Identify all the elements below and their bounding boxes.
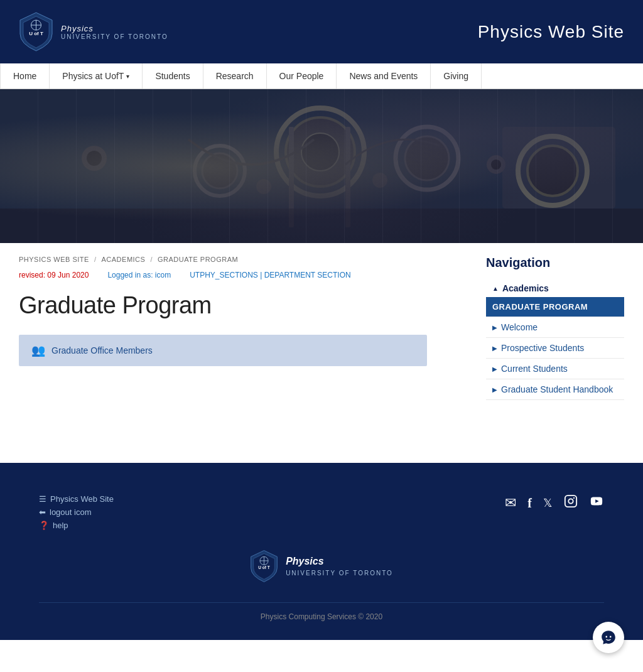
instagram-icon[interactable] — [564, 494, 578, 512]
site-title: Physics Web Site — [478, 22, 624, 42]
footer-links: ☰ Physics Web Site ⬅ logout icom ❓ help — [39, 494, 114, 530]
footer-link-logout[interactable]: ⬅ logout icom — [39, 507, 114, 517]
nav-home[interactable]: Home — [0, 63, 50, 89]
svg-point-12 — [396, 127, 458, 190]
svg-point-22 — [518, 136, 587, 205]
university-name: UNIVERSITY OF TORONTO — [61, 33, 168, 40]
site-footer: ☰ Physics Web Site ⬅ logout icom ❓ help … — [0, 463, 643, 640]
footer-top: ☰ Physics Web Site ⬅ logout icom ❓ help … — [39, 494, 604, 530]
chevron-right-icon: ▶ — [492, 366, 497, 372]
svg-point-10 — [195, 146, 245, 196]
chevron-right-icon: ▶ — [492, 386, 497, 393]
dropdown-icon: ▾ — [126, 73, 129, 80]
svg-point-6 — [286, 117, 355, 187]
footer-logo: U of T Physics UNIVERSITY OF TORONTO — [250, 549, 393, 583]
office-members-label: Graduate Office Members — [51, 345, 153, 355]
footer-help-label: help — [53, 521, 68, 530]
meta-logged-in: Logged in as: icom — [107, 271, 171, 279]
footer-university-name: UNIVERSITY OF TORONTO — [286, 569, 393, 578]
svg-text:U of T: U of T — [29, 31, 43, 36]
svg-rect-8 — [289, 127, 294, 227]
sidebar-item-prospective-students[interactable]: ▶ Prospective Students — [486, 338, 624, 359]
sidebar-active-label: GRADUATE PROGRAM — [492, 302, 588, 312]
sidebar-welcome-label: Welcome — [501, 322, 538, 332]
svg-rect-21 — [502, 127, 615, 209]
nav-research[interactable]: Research — [203, 63, 267, 89]
nav-physics-at-uoft[interactable]: Physics at UofT ▾ — [50, 63, 143, 89]
sidebar-item-welcome[interactable]: ▶ Welcome — [486, 317, 624, 338]
footer-link-help[interactable]: ❓ help — [39, 521, 114, 530]
svg-point-17 — [487, 155, 505, 174]
logo-text-area: Physics UNIVERSITY OF TORONTO — [61, 24, 168, 40]
chevron-right-icon: ▶ — [492, 345, 497, 352]
svg-point-13 — [405, 136, 449, 180]
help-icon: ❓ — [39, 521, 49, 530]
sidebar-prospective-label: Prospective Students — [501, 343, 584, 353]
breadcrumb-academics[interactable]: ACADEMICS — [101, 256, 145, 263]
svg-point-31 — [605, 636, 607, 638]
main-nav: Home Physics at UofT ▾ Students Research… — [0, 63, 643, 89]
sidebar: Navigation ▲ Academics GRADUATE PROGRAM … — [486, 256, 624, 438]
sidebar-handbook-label: Graduate Student Handbook — [501, 384, 613, 394]
svg-point-18 — [491, 160, 501, 170]
twitter-icon[interactable]: 𝕏 — [543, 496, 553, 510]
svg-rect-9 — [345, 127, 350, 227]
footer-physics-word: Physics — [286, 555, 393, 568]
svg-point-32 — [610, 636, 612, 638]
university-shield-icon: U of T — [19, 11, 53, 52]
page-title: Graduate Program — [19, 292, 467, 319]
svg-rect-14 — [0, 209, 643, 243]
sidebar-parent-academics[interactable]: ▲ Academics — [486, 279, 624, 297]
breadcrumb: PHYSICS WEB SITE / ACADEMICS / GRADUATE … — [19, 256, 467, 263]
nav-our-people[interactable]: Our People — [267, 63, 337, 89]
svg-text:U of T: U of T — [258, 565, 270, 570]
svg-rect-4 — [0, 89, 643, 243]
footer-link-physics-web-site[interactable]: ☰ Physics Web Site — [39, 494, 114, 504]
hero-svg — [0, 89, 643, 243]
footer-physics-label: Physics Web Site — [50, 494, 114, 504]
breadcrumb-sep-1: / — [94, 256, 97, 263]
graduate-office-members-button[interactable]: 👥 Graduate Office Members — [19, 335, 427, 366]
footer-logout-label: logout icom — [50, 507, 91, 517]
footer-copyright: Physics Computing Services © 2020 — [39, 602, 604, 621]
logout-icon: ⬅ — [39, 507, 46, 517]
svg-point-5 — [276, 108, 364, 196]
copyright-text: Physics Computing Services © 2020 — [261, 612, 382, 621]
footer-logo-text: Physics UNIVERSITY OF TORONTO — [286, 555, 393, 577]
breadcrumb-sep-2: / — [150, 256, 153, 263]
svg-point-25 — [568, 499, 573, 503]
logo-area: U of T Physics UNIVERSITY OF TORONTO — [19, 11, 168, 52]
breadcrumb-home[interactable]: PHYSICS WEB SITE — [19, 256, 89, 263]
main-content: PHYSICS WEB SITE / ACADEMICS / GRADUATE … — [19, 256, 467, 438]
svg-rect-24 — [565, 496, 576, 507]
content-wrapper: PHYSICS WEB SITE / ACADEMICS / GRADUATE … — [0, 243, 643, 463]
nav-students[interactable]: Students — [143, 63, 203, 89]
svg-point-26 — [573, 497, 575, 499]
chevron-right-icon: ▶ — [492, 324, 497, 331]
sidebar-item-handbook[interactable]: ▶ Graduate Student Handbook — [486, 379, 624, 400]
meta-revised: revised: 09 Jun 2020 — [19, 271, 89, 279]
social-icons: ✉ f 𝕏 — [505, 494, 604, 512]
svg-point-16 — [372, 173, 387, 188]
email-icon[interactable]: ✉ — [505, 495, 516, 511]
group-icon: 👥 — [31, 344, 45, 357]
footer-shield-icon: U of T — [250, 549, 278, 583]
sidebar-current-label: Current Students — [501, 364, 568, 374]
facebook-icon[interactable]: f — [527, 496, 532, 511]
meta-section: UTPHY_SECTIONS | DEPARTMENT SECTION — [190, 271, 351, 279]
svg-point-19 — [82, 146, 107, 171]
sidebar-nav-title: Navigation — [486, 256, 624, 270]
sidebar-item-graduate-program[interactable]: GRADUATE PROGRAM — [486, 297, 624, 317]
physics-word: Physics — [61, 24, 168, 33]
nav-news-and-events[interactable]: News and Events — [337, 63, 431, 89]
hero-image — [0, 89, 643, 243]
meta-line: revised: 09 Jun 2020 Logged in as: icom … — [19, 271, 467, 279]
youtube-icon[interactable] — [589, 494, 604, 512]
sidebar-item-current-students[interactable]: ▶ Current Students — [486, 359, 624, 379]
sidebar-academics-label: Academics — [502, 283, 549, 293]
nav-giving[interactable]: Giving — [431, 63, 482, 89]
svg-point-7 — [301, 133, 339, 171]
svg-point-23 — [527, 146, 578, 196]
footer-inner: ☰ Physics Web Site ⬅ logout icom ❓ help … — [39, 494, 604, 621]
chevron-up-icon: ▲ — [492, 285, 499, 292]
